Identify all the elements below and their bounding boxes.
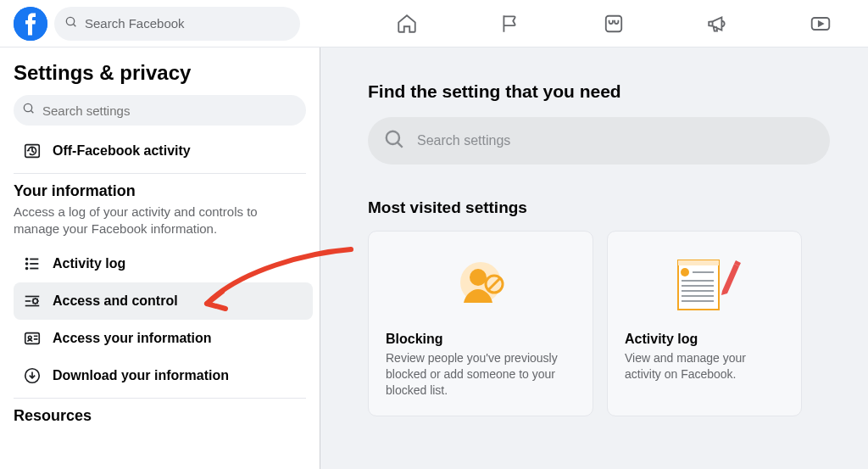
main-search-input[interactable]	[417, 133, 815, 148]
nav-icons	[390, 0, 837, 47]
subheading-most-visited: Most visited settings	[368, 198, 868, 217]
svg-point-5	[24, 103, 31, 111]
flag-icon[interactable]	[493, 7, 527, 41]
sidebar-item-access-control[interactable]: Access and control	[14, 282, 313, 320]
top-nav	[0, 0, 868, 47]
main-heading: Find the setting that you need	[368, 81, 868, 102]
home-icon[interactable]	[390, 7, 424, 41]
search-icon	[64, 15, 78, 32]
video-icon[interactable]	[804, 7, 837, 41]
sidebar-item-label: Access and control	[53, 293, 178, 309]
svg-line-22	[398, 142, 403, 148]
megaphone-icon[interactable]	[700, 7, 734, 41]
card-description: Review people you've previously blocked …	[386, 350, 576, 399]
history-icon	[20, 142, 44, 160]
svg-point-12	[26, 267, 28, 269]
svg-rect-28	[678, 260, 719, 265]
blocking-illustration	[386, 254, 576, 315]
download-icon	[20, 366, 44, 385]
sidebar-item-label: Access your information	[53, 331, 212, 346]
top-search-input[interactable]	[85, 16, 290, 31]
svg-point-19	[28, 336, 31, 339]
sidebar-item-label: Download your information	[53, 368, 229, 383]
divider	[14, 173, 306, 174]
card-title: Activity log	[625, 332, 784, 347]
sidebar-item-download-information[interactable]: Download your information	[14, 357, 313, 394]
search-icon	[22, 102, 36, 119]
svg-point-8	[26, 258, 28, 260]
sidebar: Settings & privacy Off-Facebook activity…	[0, 47, 320, 469]
card-description: View and manage your activity on Faceboo…	[625, 350, 784, 382]
facebook-logo[interactable]	[14, 7, 47, 41]
svg-line-2	[73, 24, 75, 26]
svg-point-1	[66, 17, 74, 25]
sidebar-item-label: Activity log	[53, 256, 125, 271]
search-icon	[383, 128, 405, 154]
main-search-box[interactable]	[368, 117, 830, 165]
card-blocking[interactable]: Blocking Review people you've previously…	[368, 231, 593, 416]
svg-rect-18	[25, 332, 40, 343]
store-icon[interactable]	[597, 7, 631, 41]
svg-point-29	[681, 268, 689, 276]
sliders-gear-icon	[20, 292, 44, 310]
sidebar-title: Settings & privacy	[14, 61, 313, 85]
sidebar-item-access-information[interactable]: Access your information	[14, 320, 313, 357]
sidebar-item-label: Off-Facebook activity	[53, 143, 191, 159]
sidebar-item-activity-log[interactable]: Activity log	[14, 245, 313, 282]
activity-log-illustration	[625, 254, 784, 315]
svg-point-21	[387, 131, 399, 144]
sidebar-search-input[interactable]	[42, 103, 298, 118]
section-description: Access a log of your activity and contro…	[14, 204, 302, 238]
id-card-icon	[20, 329, 44, 348]
sidebar-item-off-facebook[interactable]: Off-Facebook activity	[14, 132, 313, 170]
svg-point-10	[26, 263, 28, 265]
divider	[14, 398, 306, 399]
section-title-resources: Resources	[14, 407, 313, 425]
section-title-your-information: Your information	[14, 182, 313, 200]
list-icon	[20, 254, 44, 273]
main-content: Find the setting that you need Most visi…	[320, 47, 868, 469]
card-activity-log[interactable]: Activity log View and manage your activi…	[607, 231, 802, 416]
cards-row: Blocking Review people you've previously…	[368, 231, 868, 416]
svg-point-24	[470, 269, 487, 286]
svg-rect-3	[606, 16, 621, 31]
svg-point-17	[33, 299, 37, 304]
sidebar-search-box[interactable]	[14, 95, 306, 126]
top-search-box[interactable]	[54, 7, 300, 41]
svg-line-6	[31, 110, 33, 113]
card-title: Blocking	[386, 332, 576, 347]
